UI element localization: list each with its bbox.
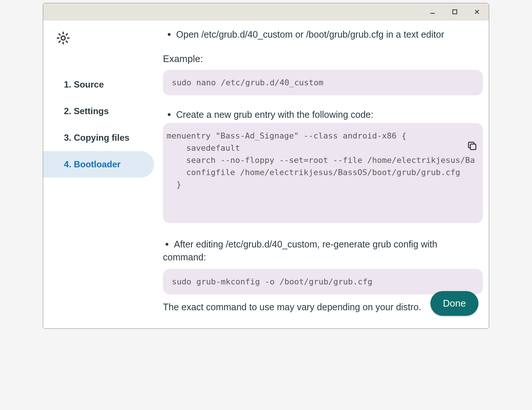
svg-line-10 xyxy=(66,41,67,42)
step-label: 2. Settings xyxy=(64,106,109,116)
titlebar xyxy=(43,3,489,20)
code-block-nano: sudo nano /etc/grub.d/40_custom xyxy=(163,70,483,95)
code-text: sudo grub-mkconfig -o /boot/grub/grub.cf… xyxy=(172,277,372,286)
svg-rect-13 xyxy=(470,144,476,150)
code-text: sudo nano /etc/grub.d/40_custom xyxy=(172,78,324,87)
sidebar: 1. Source 2. Settings 3. Copying files 4… xyxy=(43,20,157,328)
minimize-button[interactable] xyxy=(430,9,436,15)
maximize-button[interactable] xyxy=(452,9,458,15)
step-copying[interactable]: 3. Copying files xyxy=(43,124,154,151)
svg-line-9 xyxy=(59,34,60,35)
step-nav: 1. Source 2. Settings 3. Copying files 4… xyxy=(43,71,157,178)
step-label: 1. Source xyxy=(64,79,104,90)
svg-rect-1 xyxy=(453,10,457,14)
code-block-grub-entry: menuentry "Bass-Ad_Signage" --class andr… xyxy=(163,123,483,223)
svg-point-4 xyxy=(61,36,65,40)
brightness-icon[interactable] xyxy=(43,20,157,47)
installer-window: 1. Source 2. Settings 3. Copying files 4… xyxy=(43,3,489,329)
step-settings[interactable]: 2. Settings xyxy=(43,98,154,124)
close-button[interactable] xyxy=(474,9,480,15)
bullet-text: Create a new grub entry with the followi… xyxy=(176,109,374,120)
example-label: Example: xyxy=(163,53,483,65)
bullet-text: Open /etc/grub.d/40_custom or /boot/grub… xyxy=(176,29,444,40)
instruction-bullet: •After editing /etc/grub.d/40_custom, re… xyxy=(163,237,483,264)
step-bootloader[interactable]: 4. Bootloader xyxy=(43,151,154,178)
step-source[interactable]: 1. Source xyxy=(43,71,154,98)
copy-icon[interactable] xyxy=(408,128,478,167)
client-area: 1. Source 2. Settings 3. Copying files 4… xyxy=(43,20,489,328)
svg-line-11 xyxy=(59,41,60,42)
done-button[interactable]: Done xyxy=(430,291,478,316)
step-label: 4. Bootloader xyxy=(64,159,120,170)
svg-line-12 xyxy=(66,34,67,35)
step-label: 3. Copying files xyxy=(64,133,129,143)
main-content: Open /etc/grub.d/40_custom or /boot/grub… xyxy=(157,20,489,328)
instruction-bullet: Open /etc/grub.d/40_custom or /boot/grub… xyxy=(165,29,483,40)
bullet-text: After editing /etc/grub.d/40_custom, re-… xyxy=(163,239,437,262)
instruction-bullet: Create a new grub entry with the followi… xyxy=(165,109,483,120)
code-block-mkconfig: sudo grub-mkconfig -o /boot/grub/grub.cf… xyxy=(163,269,483,294)
button-label: Done xyxy=(443,298,466,309)
